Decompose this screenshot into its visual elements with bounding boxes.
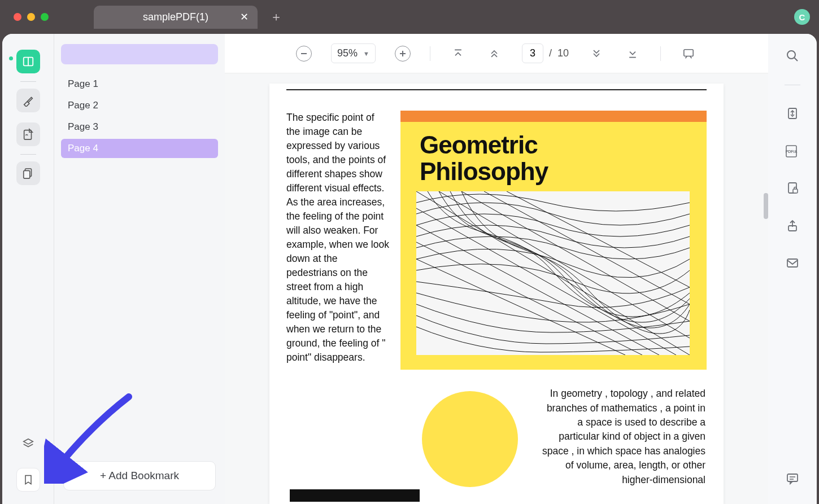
minus-icon [300, 50, 308, 58]
pages-button[interactable] [16, 161, 40, 185]
page-number-input[interactable] [522, 43, 543, 63]
tab-title: samplePDF(1) [143, 11, 208, 23]
presentation-icon [682, 48, 695, 59]
add-bookmark-label: + Add Bookmark [100, 470, 179, 481]
envelope-icon [786, 257, 799, 269]
document-tab[interactable]: samplePDF(1) ✕ [94, 6, 258, 29]
zoom-select[interactable]: 95% ▼ [331, 43, 376, 63]
page-label: Page 3 [68, 121, 98, 132]
title-line1: Geometric [420, 131, 538, 159]
convert-icon [786, 107, 799, 121]
body-text: The specific point of the image can be e… [286, 112, 389, 363]
plus-icon [399, 50, 407, 58]
body-text: In geometry , topology , and related bra… [542, 388, 705, 485]
image-strip [290, 489, 420, 502]
yellow-circle-graphic [422, 391, 518, 487]
chevrons-down-bar-icon [627, 48, 638, 59]
new-tab-button[interactable]: ＋ [264, 6, 288, 28]
add-bookmark-button[interactable]: + Add Bookmark [63, 461, 216, 490]
page-list-item[interactable]: Page 1 [61, 74, 218, 94]
close-tab-icon[interactable]: ✕ [240, 11, 249, 23]
svg-rect-20 [793, 189, 798, 193]
protect-button[interactable] [784, 180, 801, 197]
pdf-page: The specific point of the image can be e… [269, 84, 724, 504]
scrollbar-thumb[interactable] [764, 193, 768, 219]
lower-content-row: In geometry , topology , and related bra… [286, 387, 707, 487]
chevrons-up-bar-icon [452, 48, 464, 59]
svg-rect-23 [787, 474, 798, 481]
bookmark-button[interactable] [16, 468, 40, 492]
page-list: Page 1 Page 2 Page 3 Page 4 [61, 74, 218, 158]
page-label: Page 1 [68, 78, 98, 89]
right-tool-rail: PDF/A [768, 34, 817, 504]
chevron-down-icon: ▼ [363, 50, 369, 57]
panel-search-box[interactable] [61, 44, 218, 64]
pages-icon [22, 167, 34, 179]
fullscreen-window-button[interactable] [41, 13, 49, 21]
signature-icon [22, 128, 34, 141]
page-list-item[interactable]: Page 2 [61, 96, 218, 115]
rail-divider [20, 81, 36, 82]
hero-title: Geometric Philosophy [400, 122, 707, 185]
page-indicator: / 10 [522, 43, 569, 63]
zoom-value: 95% [337, 47, 358, 59]
orange-bar [400, 111, 707, 122]
pdfa-button[interactable]: PDF/A [784, 143, 801, 160]
close-window-button[interactable] [14, 13, 21, 21]
title-line2: Philosophy [420, 157, 548, 185]
pdfa-icon: PDF/A [784, 144, 801, 159]
comments-button[interactable] [784, 470, 801, 487]
abstract-geometric-image [416, 191, 690, 355]
thumbnails-button[interactable] [16, 50, 40, 73]
search-icon [786, 49, 799, 63]
page-slash: / [549, 47, 552, 59]
active-indicator-dot [9, 56, 13, 60]
titlebar: samplePDF(1) ✕ ＋ C [0, 0, 819, 34]
user-avatar[interactable]: C [794, 9, 810, 25]
share-icon [786, 219, 799, 233]
bookmark-icon [23, 474, 34, 485]
top-toolbar: 95% ▼ / 10 [225, 34, 768, 73]
page-label: Page 2 [68, 100, 98, 111]
svg-rect-4 [23, 170, 29, 178]
svg-rect-22 [787, 259, 798, 267]
sign-button[interactable] [16, 122, 40, 146]
layers-button[interactable] [16, 432, 40, 455]
svg-text:PDF/A: PDF/A [786, 150, 798, 154]
share-button[interactable] [784, 217, 801, 234]
page-rule [286, 89, 707, 90]
svg-line-15 [794, 58, 798, 61]
main-area: 95% ▼ / 10 [225, 34, 768, 504]
document-viewport[interactable]: The specific point of the image can be e… [225, 73, 768, 504]
svg-rect-10 [684, 49, 693, 56]
zoom-in-button[interactable] [395, 46, 411, 62]
last-page-button[interactable] [624, 45, 641, 62]
hero-card: Geometric Philosophy [400, 111, 707, 370]
next-page-button[interactable] [588, 45, 605, 62]
zoom-out-button[interactable] [296, 46, 312, 62]
right-text-column: In geometry , topology , and related bra… [541, 387, 707, 487]
highlighter-button[interactable] [16, 89, 40, 112]
lock-file-icon [786, 181, 799, 196]
page-total: 10 [557, 47, 569, 59]
convert-button[interactable] [784, 106, 801, 122]
book-icon [22, 55, 34, 68]
svg-point-14 [787, 51, 795, 59]
page-list-item[interactable]: Page 4 [61, 139, 218, 158]
toolbar-separator [430, 46, 430, 61]
prev-page-button[interactable] [486, 45, 503, 62]
avatar-initial: C [799, 12, 805, 22]
email-button[interactable] [784, 255, 801, 271]
first-page-button[interactable] [450, 45, 467, 62]
bookmarks-panel: Page 1 Page 2 Page 3 Page 4 + Add Bookma… [54, 34, 225, 504]
minimize-window-button[interactable] [27, 13, 35, 21]
page-list-item[interactable]: Page 3 [61, 117, 218, 137]
toolbar-separator [660, 46, 661, 61]
page-label: Page 4 [68, 143, 98, 154]
chevrons-down-icon [591, 48, 602, 59]
search-button[interactable] [784, 47, 801, 64]
presentation-button[interactable] [680, 45, 697, 62]
left-text-column: The specific point of the image can be e… [286, 111, 389, 370]
rail-divider [785, 85, 800, 85]
tab-strip: samplePDF(1) ✕ ＋ [94, 6, 288, 29]
